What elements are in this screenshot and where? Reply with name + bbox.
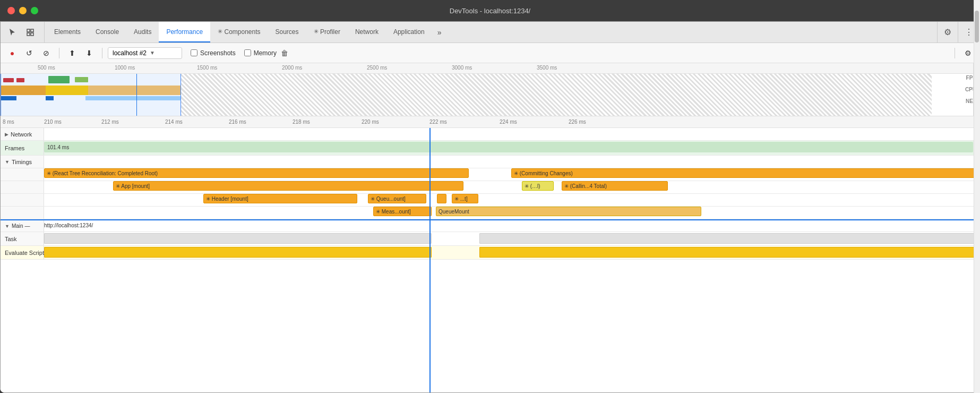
timings-row3-label bbox=[1, 194, 44, 206]
clear-button[interactable]: 🗑 bbox=[281, 49, 288, 57]
ruler-mark-2000: 2000 ms bbox=[282, 65, 302, 71]
track-main-header: ▼ Main — http://localhost:1234/ bbox=[1, 219, 979, 232]
tab-console[interactable]: Console bbox=[88, 22, 126, 42]
timing-queue-label: ✳ Queu...ount] bbox=[371, 196, 406, 202]
tab-audits-label: Audits bbox=[134, 28, 151, 36]
timings-expand-icon[interactable]: ▼ bbox=[5, 159, 10, 165]
timing-t-label: ✳ ...t] bbox=[454, 196, 468, 202]
timings-track-content-header bbox=[44, 156, 979, 168]
track-network: ▶ Network bbox=[1, 128, 979, 141]
screenshots-checkbox-input[interactable] bbox=[191, 49, 197, 56]
download-button[interactable]: ⬇ bbox=[82, 46, 97, 61]
tab-elements[interactable]: Elements bbox=[47, 22, 88, 42]
network-label: Network bbox=[11, 131, 32, 138]
frames-bar-label: 101.4 ms bbox=[47, 144, 69, 150]
tab-spacer bbox=[446, 22, 937, 42]
minimize-button[interactable] bbox=[19, 7, 27, 14]
timing-t-small[interactable]: ✳ ...t] bbox=[452, 194, 478, 203]
timeline-overview[interactable]: 500 ms 1000 ms 1500 ms 2000 ms 2500 ms 3… bbox=[1, 63, 979, 116]
more-tabs-button[interactable]: » bbox=[432, 22, 447, 42]
timings-row4-label bbox=[1, 207, 44, 219]
timings-row2-content: ✳ App [mount] ✳ (…l) ✳ (Callin...4 Total… bbox=[44, 181, 979, 193]
timing-header-label: ✳ Header [mount] bbox=[206, 196, 248, 202]
tab-components[interactable]: ✳ Components bbox=[210, 22, 268, 42]
tab-profiler[interactable]: ✳ Profiler bbox=[306, 22, 348, 42]
task-track-content bbox=[44, 232, 979, 245]
hatch-area bbox=[181, 74, 932, 116]
evaluate-track-content bbox=[44, 246, 979, 259]
track-timings-row4: ✳ Meas...ount] QueueMount bbox=[1, 207, 979, 219]
inspect-icon[interactable] bbox=[23, 25, 38, 40]
tab-application[interactable]: Application bbox=[386, 22, 432, 42]
minimap[interactable]: FPS CPU NET bbox=[1, 74, 979, 116]
tab-network[interactable]: Network bbox=[348, 22, 386, 42]
timing-calling[interactable]: ✳ (Callin...4 Total) bbox=[562, 181, 668, 191]
traffic-lights bbox=[7, 7, 38, 14]
stop-button[interactable]: ⊘ bbox=[39, 46, 54, 61]
profile-selector[interactable]: localhost #2 ▼ bbox=[108, 47, 182, 59]
timing-calll-label: ✳ (…l) bbox=[525, 183, 540, 189]
cursor-vertical-line bbox=[429, 128, 431, 392]
time-mark-226ms: 226 ms bbox=[569, 119, 586, 125]
task-bar-2 bbox=[479, 233, 979, 244]
task-label: Task bbox=[5, 236, 17, 242]
upload-button[interactable]: ⬆ bbox=[65, 46, 80, 61]
timing-committing[interactable]: ✳ (Committing Changes) bbox=[511, 168, 979, 178]
timing-committing-label: ✳ (Committing Changes) bbox=[514, 170, 573, 176]
tab-audits[interactable]: Audits bbox=[126, 22, 159, 42]
timing-react-reconciliation[interactable]: ✳ (React Tree Reconciliation: Completed … bbox=[44, 168, 469, 178]
time-mark-214ms: 214 ms bbox=[165, 119, 183, 125]
network-expand-icon[interactable]: ▶ bbox=[5, 132, 8, 137]
cursor-icon[interactable] bbox=[5, 25, 20, 40]
evaluate-label: Evaluate Script bbox=[5, 250, 44, 256]
main-label: Main — bbox=[12, 223, 30, 229]
close-button[interactable] bbox=[7, 7, 15, 14]
tracks-container: ▶ Network Frames 101.4 ms ▼ bbox=[1, 128, 979, 392]
timing-header-mount[interactable]: ✳ Header [mount] bbox=[203, 194, 357, 203]
svg-rect-1 bbox=[31, 29, 33, 32]
track-timings-header: ▼ Timings bbox=[1, 156, 979, 168]
time-ruler: 8 ms 210 ms 212 ms 214 ms 216 ms 218 ms … bbox=[1, 116, 979, 128]
timing-small-bar bbox=[437, 194, 446, 203]
timing-app-mount[interactable]: ✳ App [mount] bbox=[113, 181, 463, 191]
timings-row4-content: ✳ Meas...ount] QueueMount bbox=[44, 207, 979, 219]
evaluate-bar-2 bbox=[479, 247, 979, 258]
chevron-down-icon: ▼ bbox=[150, 50, 155, 56]
svg-rect-2 bbox=[27, 33, 30, 36]
settings-icon[interactable]: ⚙ bbox=[937, 22, 958, 42]
tab-sources[interactable]: Sources bbox=[268, 22, 306, 42]
toolbar-divider-1 bbox=[59, 48, 59, 58]
timing-queue-mount[interactable]: ✳ Queu...ount] bbox=[368, 194, 426, 203]
timing-queuemount[interactable]: QueueMount bbox=[436, 207, 701, 216]
tab-elements-label: Elements bbox=[54, 28, 81, 36]
titlebar: DevTools - localhost:1234/ bbox=[0, 0, 980, 21]
main-scrollbar[interactable] bbox=[974, 116, 979, 392]
ruler-mark-3500: 3500 ms bbox=[537, 65, 557, 71]
time-mark-212ms: 212 ms bbox=[101, 119, 119, 125]
reload-button[interactable]: ↺ bbox=[22, 46, 37, 61]
frames-track-content: 101.4 ms bbox=[44, 141, 979, 155]
profile-select-value: localhost #2 bbox=[113, 49, 147, 57]
track-task: Task bbox=[1, 232, 979, 246]
maximize-button[interactable] bbox=[31, 7, 38, 14]
timing-meas-mount[interactable]: ✳ Meas...ount] bbox=[373, 207, 432, 216]
screenshots-label: Screenshots bbox=[200, 49, 236, 57]
record-button[interactable]: ● bbox=[5, 46, 20, 61]
window-title: DevTools - localhost:1234/ bbox=[450, 7, 530, 15]
frames-track-label: Frames bbox=[1, 141, 44, 155]
timing-calll[interactable]: ✳ (…l) bbox=[522, 181, 554, 191]
main-track-header-content: http://localhost:1234/ bbox=[44, 220, 979, 232]
settings-gear-icon[interactable]: ⚙ bbox=[960, 46, 975, 61]
tab-performance[interactable]: Performance bbox=[159, 22, 210, 42]
main-expand-icon[interactable]: ▼ bbox=[5, 224, 10, 229]
track-timings-row2: ✳ App [mount] ✳ (…l) ✳ (Callin...4 Total… bbox=[1, 181, 979, 194]
screenshots-checkbox[interactable]: Screenshots bbox=[191, 49, 236, 57]
track-timings-row3: ✳ Header [mount] ✳ Queu...ount] ✳ ...t] bbox=[1, 194, 979, 207]
memory-checkbox[interactable]: Memory bbox=[244, 49, 277, 57]
time-mark-8ms: 8 ms bbox=[3, 119, 14, 125]
toolbar-divider-2 bbox=[102, 48, 102, 58]
mini-cursor-line bbox=[136, 74, 137, 116]
memory-checkbox-input[interactable] bbox=[244, 49, 251, 56]
tab-performance-label: Performance bbox=[166, 28, 203, 36]
timings-label: Timings bbox=[12, 159, 32, 165]
